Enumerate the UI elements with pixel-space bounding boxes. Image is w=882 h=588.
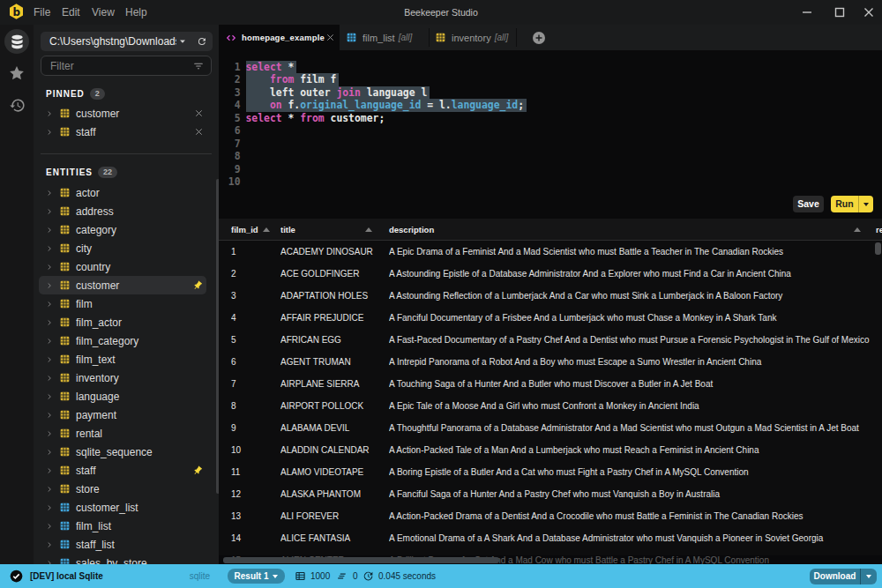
run-button-label[interactable]: Run (831, 196, 859, 212)
download-options-caret[interactable] (861, 569, 877, 584)
unpin-close-icon[interactable] (195, 128, 203, 136)
editor-line-1[interactable]: 1select * (219, 61, 882, 74)
close-window-icon[interactable] (863, 6, 875, 19)
entity-item-country[interactable]: country (39, 257, 206, 276)
cell-description[interactable]: A Fanciful Saga of a Hunter And a Pastry… (389, 483, 882, 505)
chevron-right-icon[interactable] (46, 208, 53, 215)
chevron-right-icon[interactable] (46, 245, 53, 252)
chevron-right-icon[interactable] (46, 486, 53, 493)
chevron-right-icon[interactable] (46, 430, 53, 437)
connection-dropdown[interactable]: C:\Users\ghstng\Downloads (41, 32, 213, 51)
cell-film_id[interactable]: 9 (231, 417, 273, 439)
cell-film_id[interactable]: 1 (231, 241, 273, 263)
chevron-right-icon[interactable] (46, 190, 53, 197)
chevron-right-icon[interactable] (46, 129, 53, 136)
pinned-item-staff[interactable]: staff (39, 123, 206, 141)
entity-item-staff_list[interactable]: staff_list (39, 535, 206, 554)
sort-asc-icon[interactable] (365, 227, 372, 232)
maximize-icon[interactable] (833, 6, 846, 19)
editor-line-5[interactable]: 5select * from customer; (219, 112, 882, 125)
chevron-right-icon[interactable] (46, 338, 53, 345)
cell-description[interactable]: A Fast-Paced Documentary of a Pastry Che… (389, 329, 882, 351)
cell-description[interactable]: A Emotional Drama of a A Shark And a Dat… (389, 527, 882, 549)
editor-line-2[interactable]: 2 from film f (219, 73, 882, 86)
rail-history-button[interactable] (4, 93, 29, 117)
table-row[interactable]: 5AFRICAN EGGA Fast-Paced Documentary of … (219, 329, 882, 351)
unpin-close-icon[interactable] (195, 109, 203, 117)
chevron-right-icon[interactable] (46, 449, 53, 456)
filter-icon[interactable] (193, 61, 204, 71)
cell-description[interactable]: A Thoughtful Panorama of a Database Admi… (389, 417, 882, 439)
tab-inventory[interactable]: inventory[all] (429, 25, 516, 50)
results-vertical-scrollbar[interactable] (875, 242, 881, 255)
table-row[interactable]: 13ALI FOREVERA Action-Packed Drama of a … (219, 505, 882, 527)
entity-item-film_text[interactable]: film_text (39, 350, 206, 368)
entity-item-address[interactable]: address (39, 202, 206, 220)
table-row[interactable]: 14ALICE FANTASIAA Emotional Drama of a A… (219, 527, 882, 549)
table-row[interactable]: 11ALAMO VIDEOTAPEA Boring Epistle of a B… (219, 461, 882, 483)
cell-film_id[interactable]: 6 (231, 351, 273, 373)
chevron-right-icon[interactable] (46, 356, 53, 363)
cell-title[interactable]: ADAPTATION HOLES (280, 285, 376, 307)
cell-description[interactable]: A Boring Epistle of a Butler And a Cat w… (389, 461, 882, 483)
chevron-right-icon[interactable] (46, 319, 53, 326)
cell-film_id[interactable]: 4 (231, 307, 273, 329)
entity-item-category[interactable]: category (39, 220, 206, 239)
cell-title[interactable]: ACADEMY DINOSAUR (280, 241, 376, 263)
editor-line-4[interactable]: 4 on f.original_language_id = l.language… (219, 99, 882, 112)
entity-item-film_actor[interactable]: film_actor (39, 313, 206, 331)
chevron-right-icon[interactable] (46, 375, 53, 382)
cell-title[interactable]: ACE GOLDFINGER (280, 263, 376, 285)
entity-item-film_category[interactable]: film_category (39, 331, 206, 350)
entity-item-sqlite_sequence[interactable]: sqlite_sequence (39, 443, 206, 461)
cell-film_id[interactable]: 3 (231, 285, 273, 307)
refresh-icon[interactable] (197, 36, 207, 47)
chevron-right-icon[interactable] (46, 523, 53, 530)
chevron-right-icon[interactable] (46, 504, 53, 511)
result-selector-button[interactable]: Result 1 (228, 569, 285, 584)
close-tab-icon[interactable] (326, 33, 334, 41)
column-header-release_year[interactable]: release_year (876, 219, 882, 241)
save-button[interactable]: Save (793, 196, 824, 212)
cell-title[interactable]: ALADDIN CALENDAR (280, 439, 376, 461)
sort-asc-icon[interactable] (263, 227, 270, 232)
table-row[interactable]: 2ACE GOLDFINGERA Astounding Epistle of a… (219, 263, 882, 285)
cell-film_id[interactable]: 8 (231, 395, 273, 417)
cell-film_id[interactable]: 11 (231, 461, 273, 483)
cell-description[interactable]: A Action-Packed Drama of a Dentist And a… (389, 505, 882, 527)
table-row[interactable]: 9ALABAMA DEVILA Thoughtful Panorama of a… (219, 417, 882, 439)
entity-item-language[interactable]: language (39, 387, 206, 406)
cell-description[interactable]: A Epic Drama of a Feminist And a Mad Sci… (389, 241, 882, 263)
editor-line-10[interactable]: 10 (219, 175, 882, 189)
chevron-right-icon[interactable] (46, 412, 53, 419)
cell-title[interactable]: AGENT TRUMAN (280, 351, 376, 373)
table-row[interactable]: 1ACADEMY DINOSAURA Epic Drama of a Femin… (219, 241, 882, 263)
entity-filter-input[interactable]: Filter (41, 56, 212, 76)
pin-icon[interactable] (192, 280, 203, 291)
cell-title[interactable]: ALAMO VIDEOTAPE (280, 461, 376, 483)
entity-item-city[interactable]: city (39, 239, 206, 257)
entity-item-sales_by_store[interactable]: sales_by_store (39, 554, 206, 564)
entity-item-rental[interactable]: rental (39, 424, 206, 443)
cell-film_id[interactable]: 12 (231, 483, 273, 505)
entity-item-payment[interactable]: payment (39, 406, 206, 424)
cell-film_id[interactable]: 5 (231, 329, 273, 351)
chevron-right-icon[interactable] (46, 393, 53, 400)
table-row[interactable]: 12ALASKA PHANTOMA Fanciful Saga of a Hun… (219, 483, 882, 505)
chevron-right-icon[interactable] (46, 264, 53, 271)
editor-line-6[interactable]: 6 (219, 124, 882, 138)
entity-item-store[interactable]: store (39, 480, 206, 498)
cell-title[interactable]: ALI FOREVER (280, 505, 376, 527)
cell-title[interactable]: ALABAMA DEVIL (280, 417, 376, 439)
entity-item-actor[interactable]: actor (39, 183, 206, 202)
pin-icon[interactable] (192, 465, 203, 476)
entity-item-inventory[interactable]: inventory (39, 368, 206, 387)
editor-line-7[interactable]: 7 (219, 138, 882, 151)
cell-film_id[interactable]: 10 (231, 439, 273, 461)
table-row[interactable]: 6AGENT TRUMANA Intrepid Panorama of a Ro… (219, 351, 882, 373)
chevron-right-icon[interactable] (46, 301, 53, 308)
results-horizontal-scrollbar[interactable] (223, 557, 499, 563)
sort-asc-icon[interactable] (854, 227, 861, 232)
entity-item-film_list[interactable]: film_list (39, 517, 206, 535)
cell-film_id[interactable]: 13 (231, 505, 273, 527)
